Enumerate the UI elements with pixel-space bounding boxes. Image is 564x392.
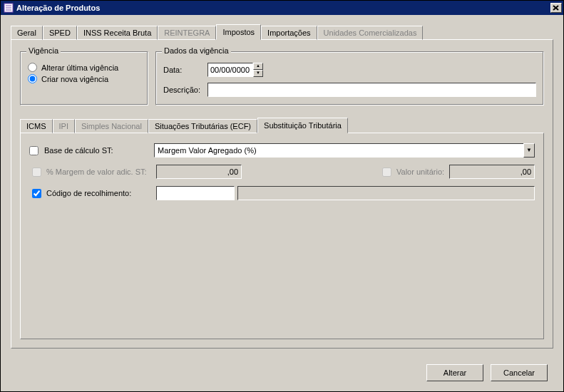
label-criar-nova[interactable]: Criar nova vigência: [41, 75, 108, 83]
input-descricao[interactable]: [207, 83, 536, 97]
label-data: Data:: [163, 66, 207, 74]
tab-impostos[interactable]: Impostos: [216, 24, 261, 40]
radio-criar-nova[interactable]: [28, 74, 37, 83]
button-row: Alterar Cancelar: [426, 364, 548, 381]
date-spin-up[interactable]: ▲: [253, 63, 263, 70]
input-codigo-recolhimento[interactable]: [156, 186, 235, 200]
date-spin-down[interactable]: ▼: [253, 70, 263, 77]
check-codigo-recolhimento[interactable]: [32, 189, 41, 198]
outer-tabstrip: Geral SPED INSS Receita Bruta REINTEGRA …: [11, 24, 553, 39]
tab-reintegra: REINTEGRA: [158, 26, 216, 40]
cancelar-button[interactable]: Cancelar: [491, 364, 548, 381]
tab-geral[interactable]: Geral: [11, 26, 43, 40]
radio-alterar-ultima[interactable]: [28, 63, 37, 72]
groupbox-vigencia: Vigência Alterar última vigência Criar n…: [20, 51, 148, 105]
legend-dados: Dados da vigência: [162, 46, 231, 55]
inner-tab-panel: Base de cálculo ST: ▼ % Margem de valor …: [20, 133, 544, 339]
app-icon: [4, 3, 14, 13]
tab-sped[interactable]: SPED: [43, 26, 77, 40]
combo-base-dropdown-button[interactable]: ▼: [523, 143, 535, 158]
tab-situacoes[interactable]: Situações Tributárias (ECF): [148, 119, 257, 133]
tab-simples: Simples Nacional: [75, 119, 148, 133]
legend-vigencia: Vigência: [26, 46, 61, 55]
client-area: Geral SPED INSS Receita Bruta REINTEGRA …: [1, 15, 563, 391]
date-spinner: ▲ ▼: [253, 63, 263, 77]
close-button[interactable]: [550, 3, 562, 13]
input-data[interactable]: [207, 63, 253, 77]
tab-ipi: IPI: [53, 119, 75, 133]
input-margem: [156, 165, 242, 179]
combo-base-calculo[interactable]: [154, 143, 523, 158]
tab-icms[interactable]: ICMS: [20, 119, 53, 133]
check-base-calculo[interactable]: [29, 146, 39, 155]
check-margem: [32, 167, 41, 177]
check-valor-unitario: [382, 167, 391, 177]
titlebar: Alteração de Produtos: [1, 1, 563, 15]
label-margem: % Margem de valor adic. ST:: [46, 167, 153, 176]
inner-tabstrip: ICMS IPI Simples Nacional Situações Trib…: [20, 117, 544, 133]
window-title: Alteração de Produtos: [16, 4, 550, 12]
alterar-button[interactable]: Alterar: [426, 364, 483, 381]
tab-subst-tributaria[interactable]: Substituição Tributária: [257, 118, 348, 133]
top-row: Vigência Alterar última vigência Criar n…: [20, 48, 544, 105]
label-descricao: Descrição:: [163, 86, 207, 94]
label-base-calculo: Base de cálculo ST:: [44, 146, 151, 155]
outer-tab-panel: Vigência Alterar última vigência Criar n…: [11, 39, 553, 349]
groupbox-dados: Dados da vigência Data: ▲ ▼ Descrição:: [155, 51, 544, 105]
tab-importacoes[interactable]: Importações: [261, 26, 317, 40]
input-valor-unitario: [449, 165, 535, 179]
tab-inss[interactable]: INSS Receita Bruta: [77, 26, 158, 40]
tab-unidades: Unidades Comercializadas: [317, 26, 424, 40]
input-codigo-recolhimento-desc: [237, 186, 535, 200]
label-alterar-ultima[interactable]: Alterar última vigência: [41, 63, 118, 72]
window: Alteração de Produtos Geral SPED INSS Re…: [0, 0, 564, 392]
label-valor-unitario: Valor unitário:: [396, 167, 446, 176]
label-codigo-recolhimento: Código de recolhimento:: [46, 189, 153, 197]
